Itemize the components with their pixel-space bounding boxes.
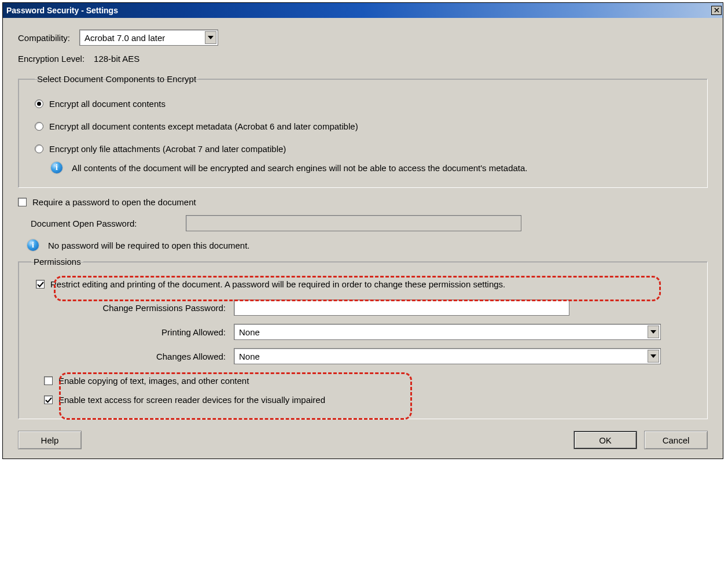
printing-allowed-value: None: [239, 327, 260, 337]
document-open-password-input: [186, 215, 521, 231]
permissions-form: Change Permissions Password: Printing Al…: [31, 300, 696, 364]
open-password-info-row: i No password will be required to open t…: [27, 239, 708, 251]
enable-copying-checkbox[interactable]: [44, 376, 53, 385]
permissions-group: Permissions Restrict editing and printin…: [18, 257, 708, 419]
open-password-info-text: No password will be required to open thi…: [48, 241, 250, 250]
printing-allowed-select[interactable]: None: [234, 324, 661, 340]
enable-screenreader-row[interactable]: Enable text access for screen reader dev…: [44, 395, 696, 405]
enable-screenreader-label: Enable text access for screen reader dev…: [58, 395, 325, 405]
close-icon: [714, 7, 719, 14]
encrypt-attachments-label: Encrypt only file attachments (Acrobat 7…: [49, 144, 286, 154]
printing-allowed-label: Printing Allowed:: [31, 327, 234, 337]
changes-allowed-row: Changes Allowed: None: [31, 348, 696, 364]
document-open-password-row: Document Open Password:: [18, 215, 708, 231]
password-security-settings-window: Password Security - Settings Compatibili…: [2, 2, 723, 459]
help-button[interactable]: Help: [18, 431, 82, 449]
require-open-password-label: Require a password to open the document: [32, 197, 196, 207]
encrypt-attachments-radio[interactable]: [35, 145, 43, 153]
encrypt-all-radio-row[interactable]: Encrypt all document contents: [35, 99, 696, 109]
encryption-level-row: Encryption Level: 128-bit AES: [18, 54, 708, 64]
titlebar: Password Security - Settings: [3, 3, 723, 18]
encrypt-components-group: Select Document Components to Encrypt En…: [18, 74, 708, 188]
change-permissions-password-input[interactable]: [234, 300, 569, 316]
dialog-body: Compatibility: Acrobat 7.0 and later Enc…: [3, 18, 723, 459]
encrypt-components-legend: Select Document Components to Encrypt: [35, 74, 198, 84]
compatibility-row: Compatibility: Acrobat 7.0 and later: [18, 29, 708, 46]
encrypt-except-metadata-radio[interactable]: [35, 122, 43, 131]
changes-allowed-value: None: [239, 352, 260, 361]
encryption-level-value: 128-bit AES: [94, 54, 139, 64]
require-open-password-row[interactable]: Require a password to open the document: [18, 197, 708, 207]
permissions-legend: Permissions: [31, 257, 83, 267]
right-buttons: OK Cancel: [567, 431, 708, 449]
ok-button[interactable]: OK: [573, 431, 637, 449]
encrypt-all-label: Encrypt all document contents: [49, 99, 166, 109]
open-password-section: Require a password to open the document …: [18, 197, 708, 251]
copy-highlight-wrap: Enable copying of text, images, and othe…: [31, 376, 696, 405]
ok-button-label: OK: [599, 435, 612, 445]
chevron-down-icon: [648, 350, 659, 363]
window-title: Password Security - Settings: [6, 6, 118, 15]
encrypt-except-metadata-radio-row[interactable]: Encrypt all document contents except met…: [35, 121, 696, 131]
encrypt-all-radio[interactable]: [35, 99, 43, 108]
changes-allowed-label: Changes Allowed:: [31, 352, 234, 361]
restrict-highlight-wrap: Restrict editing and printing of the doc…: [31, 279, 696, 289]
require-open-password-checkbox[interactable]: [18, 198, 27, 206]
close-button[interactable]: [711, 6, 722, 15]
compatibility-select[interactable]: Acrobat 7.0 and later: [79, 29, 218, 46]
enable-copying-label: Enable copying of text, images, and othe…: [58, 376, 249, 386]
encrypt-info-text: All contents of the document will be enc…: [72, 163, 528, 173]
chevron-down-icon: [205, 31, 216, 44]
changes-allowed-select[interactable]: None: [234, 348, 661, 364]
chevron-down-icon: [648, 326, 659, 338]
restrict-editing-row[interactable]: Restrict editing and printing of the doc…: [36, 279, 696, 289]
help-button-label: Help: [41, 435, 59, 445]
info-icon: i: [27, 239, 39, 251]
encrypt-except-metadata-label: Encrypt all document contents except met…: [49, 121, 358, 131]
info-icon: i: [51, 162, 62, 173]
cancel-button-label: Cancel: [663, 435, 690, 445]
encrypt-info-row: i All contents of the document will be e…: [51, 162, 696, 173]
button-bar: Help OK Cancel: [18, 431, 708, 449]
compatibility-value: Acrobat 7.0 and later: [84, 33, 165, 43]
restrict-editing-label: Restrict editing and printing of the doc…: [50, 279, 505, 289]
encryption-level-label: Encryption Level:: [18, 54, 84, 64]
restrict-editing-checkbox[interactable]: [36, 280, 45, 289]
document-open-password-label: Document Open Password:: [18, 219, 186, 228]
encrypt-attachments-radio-row[interactable]: Encrypt only file attachments (Acrobat 7…: [35, 144, 696, 154]
change-permissions-password-label: Change Permissions Password:: [31, 303, 234, 313]
change-permissions-password-row: Change Permissions Password:: [31, 300, 696, 316]
cancel-button[interactable]: Cancel: [644, 431, 708, 449]
compatibility-label: Compatibility:: [18, 33, 70, 43]
enable-copying-row[interactable]: Enable copying of text, images, and othe…: [44, 376, 696, 386]
enable-screenreader-checkbox[interactable]: [44, 395, 53, 404]
printing-allowed-row: Printing Allowed: None: [31, 324, 696, 340]
